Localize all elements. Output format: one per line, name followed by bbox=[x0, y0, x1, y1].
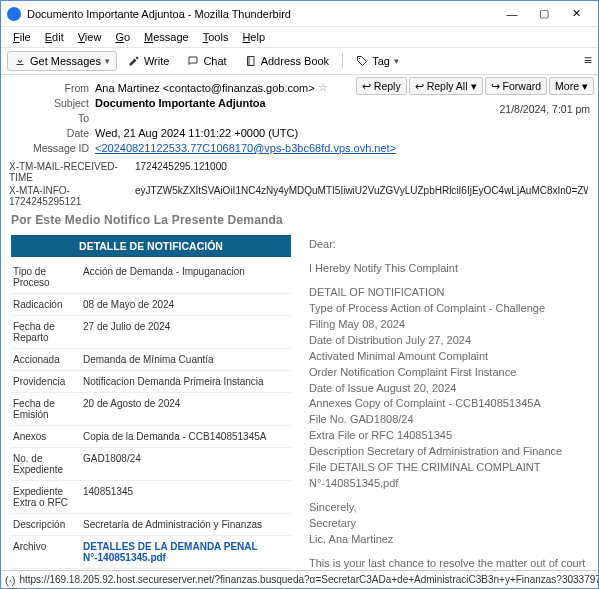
x-received-label: X-TM-MAIL-RECEIVED-TIME bbox=[9, 161, 135, 183]
address-book-button[interactable]: Address Book bbox=[238, 51, 336, 71]
subject-label: Subject bbox=[11, 97, 95, 109]
x-mta-label: X-MTA-INFO-1724245295121 bbox=[9, 185, 135, 207]
chevron-down-icon: ▾ bbox=[582, 80, 588, 92]
menu-help[interactable]: Help bbox=[236, 29, 271, 45]
write-label: Write bbox=[144, 55, 169, 67]
table-row: AccionadaDemanda de Mínima Cuantía bbox=[11, 349, 291, 371]
body-heading: Por Este Medio Notifico La Presente Dema… bbox=[1, 209, 598, 231]
get-messages-label: Get Messages bbox=[30, 55, 101, 67]
forward-icon: ↪ bbox=[491, 80, 500, 92]
to-label: To bbox=[11, 112, 95, 124]
translation-pane: Dear: I Hereby Notify This Complaint DET… bbox=[301, 231, 598, 589]
menu-message[interactable]: Message bbox=[138, 29, 195, 45]
chat-icon bbox=[187, 55, 199, 67]
menu-view[interactable]: View bbox=[72, 29, 108, 45]
table-row: Expediente Extra o RFC140851345 bbox=[11, 481, 291, 514]
table-row: ArchivoDETALLES DE LA DEMANDA PENAL N°-1… bbox=[11, 536, 291, 569]
menu-file[interactable]: File bbox=[7, 29, 37, 45]
more-label: More bbox=[555, 80, 579, 92]
table-row: Fecha de Reparto27 de Julio de 2024 bbox=[11, 316, 291, 349]
forward-label: Forward bbox=[503, 80, 542, 92]
from-value[interactable]: Ana Martinez <contacto@finanzas.gob.com> bbox=[95, 82, 315, 94]
table-row: DescripciónSecretaría de Administración … bbox=[11, 514, 291, 536]
reply-button[interactable]: ↩ Reply bbox=[356, 77, 407, 95]
table-row: Radicación08 de Mayo de 2024 bbox=[11, 294, 291, 316]
menu-tools[interactable]: Tools bbox=[197, 29, 235, 45]
get-messages-button[interactable]: Get Messages ▾ bbox=[7, 51, 117, 71]
reply-all-label: Reply All bbox=[427, 80, 468, 92]
download-icon bbox=[14, 55, 26, 67]
message-id-label: Message ID bbox=[11, 142, 95, 154]
table-row: AnexosCopia de la Demanda - CCB140851345… bbox=[11, 426, 291, 448]
date-label: Date bbox=[11, 127, 95, 139]
table-row: ProvidenciaNotificacion Demanda Primeira… bbox=[11, 371, 291, 393]
toolbar-divider bbox=[342, 53, 343, 69]
received-datetime: 21/8/2024, 7:01 pm bbox=[500, 103, 591, 115]
write-button[interactable]: Write bbox=[121, 51, 176, 71]
reply-all-button[interactable]: ↩ Reply All ▾ bbox=[409, 77, 483, 95]
date-value: Wed, 21 Aug 2024 11:01:22 +0000 (UTC) bbox=[95, 127, 298, 139]
app-menu-button[interactable]: ≡ bbox=[584, 52, 592, 68]
address-book-icon bbox=[245, 55, 257, 67]
chevron-down-icon: ▾ bbox=[105, 56, 110, 66]
tag-button[interactable]: Tag ▾ bbox=[349, 51, 406, 71]
from-label: From bbox=[11, 82, 95, 94]
forward-button[interactable]: ↪ Forward bbox=[485, 77, 548, 95]
attachment-link[interactable]: DETALLES DE LA DEMANDA PENAL N°-14085134… bbox=[81, 536, 291, 569]
menu-bar: File Edit View Go Message Tools Help bbox=[1, 27, 598, 48]
tag-label: Tag bbox=[372, 55, 390, 67]
more-button[interactable]: More ▾ bbox=[549, 77, 594, 95]
chat-button[interactable]: Chat bbox=[180, 51, 233, 71]
address-book-label: Address Book bbox=[261, 55, 329, 67]
details-table: Tipo de ProcesoAcción de Demanda - Impug… bbox=[11, 261, 291, 569]
message-id-value[interactable]: <20240821122533.77C1068170@vps-b3bc68fd.… bbox=[95, 142, 396, 154]
reply-label: Reply bbox=[374, 80, 401, 92]
menu-edit[interactable]: Edit bbox=[39, 29, 70, 45]
reply-icon: ↩ bbox=[362, 80, 371, 92]
tag-icon bbox=[356, 55, 368, 67]
pencil-icon bbox=[128, 55, 140, 67]
signal-icon: (·) bbox=[5, 574, 15, 586]
x-mta-value: eyJTZW5kZXItSVAiOiI1NC4zNy4yMDQuMTI5Iiwi… bbox=[135, 185, 588, 207]
svg-point-0 bbox=[359, 58, 360, 59]
window-title: Documento Importante Adjuntoa - Mozilla … bbox=[27, 8, 496, 20]
close-button[interactable]: ✕ bbox=[560, 2, 592, 26]
maximize-button[interactable]: ▢ bbox=[528, 2, 560, 26]
subject-value: Documento Importante Adjuntoa bbox=[95, 97, 266, 109]
star-icon[interactable]: ☆ bbox=[318, 81, 328, 94]
table-row: No. de ExpedienteGAD1808/24 bbox=[11, 448, 291, 481]
menu-go[interactable]: Go bbox=[109, 29, 136, 45]
table-row: Tipo de ProcesoAcción de Demanda - Impug… bbox=[11, 261, 291, 294]
x-received-value: 1724245295.121000 bbox=[135, 161, 588, 183]
table-row: Fecha de Emisión20 de Agosto de 2024 bbox=[11, 393, 291, 426]
app-icon bbox=[7, 7, 21, 21]
minimize-button[interactable]: — bbox=[496, 2, 528, 26]
status-url: https://169.18.205.92.host.secureserver.… bbox=[19, 574, 598, 585]
chevron-down-icon: ▾ bbox=[471, 80, 477, 92]
chat-label: Chat bbox=[203, 55, 226, 67]
chevron-down-icon: ▾ bbox=[394, 56, 399, 66]
notification-banner: DETALLE DE NOTIFICACIÓN bbox=[11, 235, 291, 257]
reply-all-icon: ↩ bbox=[415, 80, 424, 92]
